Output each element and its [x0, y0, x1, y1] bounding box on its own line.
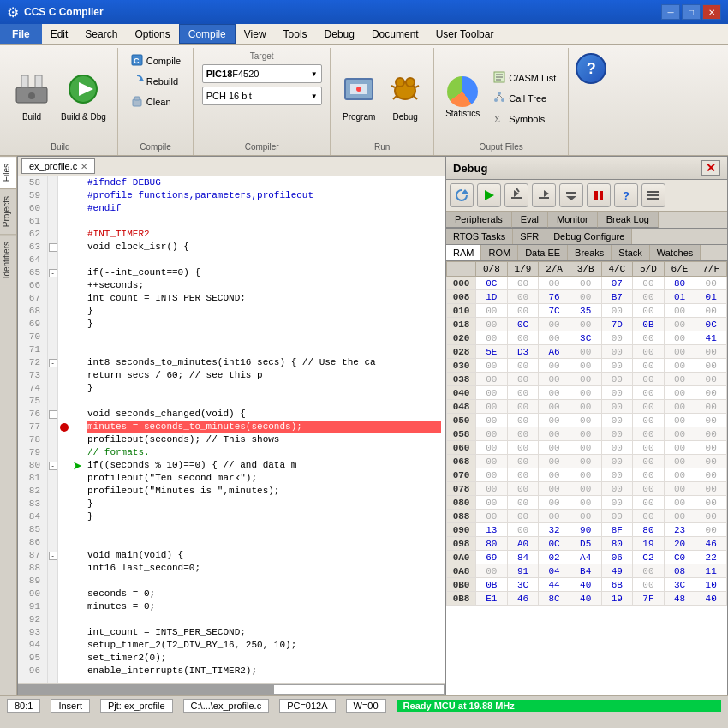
- menu-tools[interactable]: Tools: [275, 24, 316, 44]
- breakpoint-cell[interactable]: [58, 292, 70, 305]
- code-line[interactable]: [87, 523, 441, 536]
- breakpoint-cell[interactable]: [58, 305, 70, 318]
- code-line[interactable]: [87, 575, 441, 588]
- code-line[interactable]: profileout(seconds); // This shows: [87, 433, 441, 446]
- mem-cell[interactable]: 00: [601, 345, 633, 359]
- mem-cell[interactable]: 00: [539, 359, 570, 373]
- mem-cell[interactable]: 00: [570, 468, 601, 482]
- mem-cell[interactable]: 23: [664, 523, 695, 537]
- mem-cell[interactable]: 49: [601, 564, 633, 578]
- mem-cell[interactable]: 00: [476, 414, 508, 427]
- dbg-run-button[interactable]: [477, 183, 501, 207]
- mem-cell[interactable]: 01: [664, 290, 695, 304]
- code-line[interactable]: ++seconds;: [87, 279, 441, 292]
- mem-cell[interactable]: 00: [507, 400, 539, 414]
- breakpoint-cell[interactable]: [58, 626, 70, 639]
- code-line[interactable]: [87, 331, 441, 343]
- mem-cell[interactable]: 13: [476, 523, 508, 537]
- mem-cell[interactable]: 3C: [664, 578, 695, 592]
- mem-cell[interactable]: 84: [507, 551, 539, 564]
- casm-list-button[interactable]: C/ASM List: [487, 69, 561, 87]
- mem-cell[interactable]: 48: [664, 592, 695, 606]
- code-line[interactable]: [87, 395, 441, 408]
- mem-cell[interactable]: 00: [539, 427, 570, 441]
- mem-cell[interactable]: 00: [633, 400, 665, 414]
- fold-cell[interactable]: -: [48, 549, 57, 562]
- mem-cell[interactable]: 00: [633, 373, 665, 386]
- mem-cell[interactable]: 1D: [476, 290, 508, 304]
- sidebar-identifiers[interactable]: Identifiers: [0, 234, 16, 285]
- breakpoint-cell[interactable]: [58, 189, 70, 202]
- breakpoint-cell[interactable]: [58, 639, 70, 652]
- mem-cell[interactable]: 20: [664, 537, 695, 551]
- help-button[interactable]: ?: [576, 53, 606, 84]
- fold-box[interactable]: -: [49, 269, 57, 277]
- mem-cell[interactable]: E1: [476, 592, 508, 606]
- mem-cell[interactable]: C2: [633, 551, 665, 564]
- mem-cell[interactable]: 0B: [633, 318, 665, 331]
- breakpoint-cell[interactable]: [58, 382, 70, 395]
- mem-cell[interactable]: 00: [570, 414, 601, 427]
- mem-cell[interactable]: 00: [539, 277, 570, 290]
- mem-cell[interactable]: 06: [601, 551, 633, 564]
- tab-rom[interactable]: ROM: [481, 245, 518, 260]
- mem-cell[interactable]: 00: [601, 304, 633, 318]
- mem-cell[interactable]: 00: [695, 304, 727, 318]
- breakpoint-cell[interactable]: [58, 279, 70, 292]
- mem-cell[interactable]: 00: [476, 455, 508, 468]
- breakpoint-cell[interactable]: [58, 202, 70, 215]
- breakpoint-cell[interactable]: [58, 176, 70, 189]
- code-line[interactable]: }: [87, 305, 441, 318]
- mem-cell[interactable]: 00: [476, 427, 508, 441]
- scrollbar-thumb[interactable]: [19, 685, 274, 694]
- sidebar-files[interactable]: Files: [0, 156, 16, 188]
- code-line[interactable]: int_count = INTS_PER_SECOND;: [87, 626, 441, 639]
- mem-cell[interactable]: 35: [570, 304, 601, 318]
- mem-cell[interactable]: 3C: [507, 578, 539, 592]
- breakpoint-cell[interactable]: [58, 331, 70, 343]
- breakpoint-cell[interactable]: [58, 254, 70, 266]
- dbg-settings-button[interactable]: [641, 183, 665, 207]
- horizontal-scrollbar[interactable]: [18, 683, 445, 695]
- mem-cell[interactable]: 00: [507, 468, 539, 482]
- mem-cell[interactable]: 00: [633, 482, 665, 496]
- breakpoint-cell[interactable]: [58, 369, 70, 382]
- breakpoint-cell[interactable]: [58, 228, 70, 241]
- mem-cell[interactable]: 32: [539, 523, 570, 537]
- code-line[interactable]: #ifndef DEBUG: [87, 176, 441, 189]
- mem-cell[interactable]: 00: [695, 427, 727, 441]
- mem-cell[interactable]: 00: [507, 386, 539, 400]
- mem-cell[interactable]: 80: [601, 537, 633, 551]
- tab-watches[interactable]: Watches: [650, 245, 701, 260]
- mem-cell[interactable]: C0: [664, 551, 695, 564]
- mem-cell[interactable]: 00: [476, 373, 508, 386]
- code-line[interactable]: seconds = 0;: [87, 588, 441, 600]
- fold-box[interactable]: -: [49, 552, 57, 560]
- code-line[interactable]: void main(void) {: [87, 549, 441, 562]
- breakpoint-cell[interactable]: [58, 536, 70, 549]
- menu-user-toolbar[interactable]: User Toolbar: [427, 24, 503, 44]
- mem-cell[interactable]: 6B: [601, 578, 633, 592]
- mem-cell[interactable]: 00: [695, 400, 727, 414]
- mem-cell[interactable]: 00: [539, 441, 570, 455]
- build-button[interactable]: Build: [10, 68, 53, 126]
- mem-cell[interactable]: 00: [664, 455, 695, 468]
- mem-cell[interactable]: 00: [539, 510, 570, 523]
- tab-peripherals[interactable]: Peripherals: [446, 212, 512, 228]
- mem-cell[interactable]: 00: [695, 496, 727, 510]
- sidebar-projects[interactable]: Projects: [0, 188, 16, 234]
- menu-view[interactable]: View: [236, 24, 275, 44]
- mem-cell[interactable]: 00: [633, 304, 665, 318]
- mem-cell[interactable]: 00: [633, 331, 665, 345]
- mem-cell[interactable]: 00: [539, 331, 570, 345]
- breakpoint-cell[interactable]: [58, 446, 70, 459]
- mem-cell[interactable]: 00: [507, 496, 539, 510]
- code-line[interactable]: profileout("Minutes is ",minutes);: [87, 485, 441, 498]
- rebuild-button[interactable]: Rebuild: [125, 72, 183, 91]
- mem-cell[interactable]: 80: [476, 537, 508, 551]
- tab-stack[interactable]: Stack: [612, 245, 650, 260]
- mem-cell[interactable]: 00: [507, 277, 539, 290]
- tab-data-ee[interactable]: Data EE: [518, 245, 568, 260]
- breakpoint-cell[interactable]: [58, 421, 70, 433]
- mem-cell[interactable]: 00: [695, 455, 727, 468]
